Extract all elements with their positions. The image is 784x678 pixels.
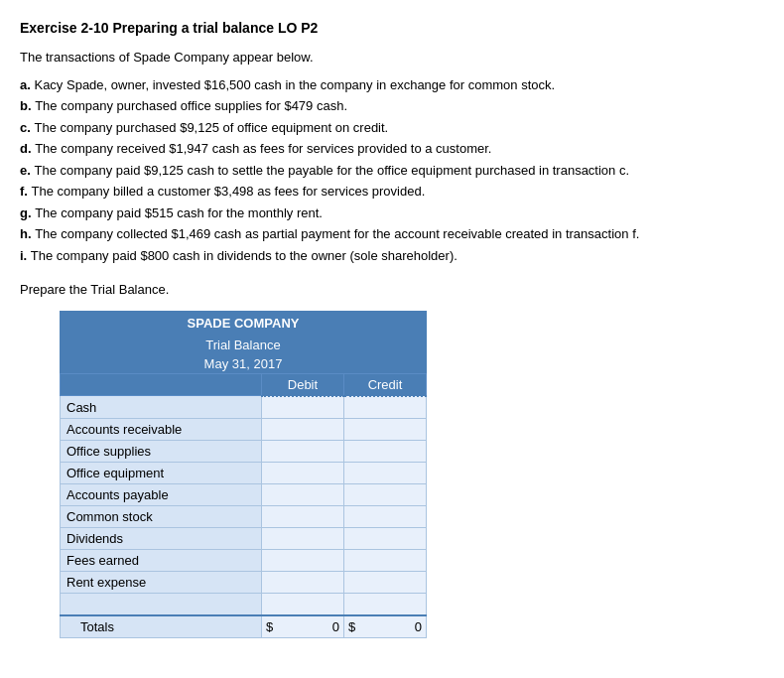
debit-cell[interactable]: [261, 462, 343, 483]
row-label: Cash: [61, 396, 262, 419]
debit-cell[interactable]: [261, 593, 343, 615]
transactions-list: a. Kacy Spade, owner, invested $16,500 c…: [20, 74, 764, 266]
row-label: Office supplies: [61, 440, 262, 462]
debit-input[interactable]: [266, 444, 339, 459]
table-row: [61, 593, 427, 615]
credit-cell[interactable]: [343, 440, 426, 462]
debit-input[interactable]: [266, 400, 339, 415]
credit-input[interactable]: [348, 422, 422, 437]
credit-cell[interactable]: [343, 396, 426, 419]
transaction-item: a. Kacy Spade, owner, invested $16,500 c…: [20, 74, 764, 95]
credit-input[interactable]: [348, 575, 422, 590]
transaction-item: f. The company billed a customer $3,498 …: [20, 181, 764, 202]
dollar-prefix: $: [266, 619, 273, 634]
prepare-label: Prepare the Trial Balance.: [20, 282, 764, 297]
debit-cell[interactable]: [261, 440, 343, 462]
debit-input[interactable]: [266, 509, 339, 524]
credit-input[interactable]: [348, 553, 422, 568]
credit-input[interactable]: [348, 444, 422, 459]
debit-cell[interactable]: [261, 549, 343, 571]
table-row: Office supplies: [61, 440, 427, 462]
debit-input[interactable]: [266, 487, 339, 502]
col-header-label: [61, 373, 262, 396]
trial-balance-table: Debit Credit CashAccounts receivableOffi…: [60, 373, 427, 638]
debit-cell[interactable]: [261, 483, 343, 505]
credit-input[interactable]: [348, 597, 422, 611]
debit-input[interactable]: [266, 466, 339, 480]
debit-cell[interactable]: [261, 418, 343, 440]
debit-cell[interactable]: [261, 396, 343, 419]
table-row: Dividends: [61, 527, 427, 549]
totals-row: Totals$$: [61, 615, 427, 638]
row-label: Office equipment: [61, 462, 262, 483]
row-label: Accounts receivable: [61, 418, 262, 440]
debit-cell[interactable]: [261, 527, 343, 549]
row-label: Accounts payable: [61, 483, 262, 505]
credit-input[interactable]: [348, 400, 422, 415]
credit-cell[interactable]: [343, 549, 426, 571]
credit-cell[interactable]: [343, 505, 426, 527]
transaction-item: b. The company purchased office supplies…: [20, 95, 764, 116]
totals-label: Totals: [61, 615, 262, 638]
row-label: Common stock: [61, 505, 262, 527]
dollar-prefix: $: [348, 619, 355, 634]
table-row: Rent expense: [61, 571, 427, 593]
totals-credit-input[interactable]: [360, 619, 422, 634]
trial-balance-wrapper: SPADE COMPANY Trial Balance May 31, 2017…: [60, 311, 427, 638]
row-label: Fees earned: [61, 549, 262, 571]
table-row: Common stock: [61, 505, 427, 527]
totals-debit-input[interactable]: [278, 619, 339, 634]
transaction-item: c. The company purchased $9,125 of offic…: [20, 117, 764, 138]
table-row: Fees earned: [61, 549, 427, 571]
table-row: Accounts payable: [61, 483, 427, 505]
totals-credit[interactable]: $: [343, 615, 426, 638]
debit-input[interactable]: [266, 553, 339, 568]
credit-cell[interactable]: [343, 462, 426, 483]
credit-cell[interactable]: [343, 483, 426, 505]
transaction-item: e. The company paid $9,125 cash to settl…: [20, 160, 764, 181]
table-row: Office equipment: [61, 462, 427, 483]
page-title: Exercise 2-10 Preparing a trial balance …: [20, 20, 764, 36]
credit-cell[interactable]: [343, 418, 426, 440]
transaction-item: h. The company collected $1,469 cash as …: [20, 223, 764, 244]
transaction-item: d. The company received $1,947 cash as f…: [20, 138, 764, 159]
col-header-credit: Credit: [343, 373, 426, 396]
credit-input[interactable]: [348, 487, 422, 502]
table-date: May 31, 2017: [60, 354, 427, 373]
table-row: Accounts receivable: [61, 418, 427, 440]
debit-input[interactable]: [266, 531, 339, 546]
table-subtitle: Trial Balance: [60, 336, 427, 354]
debit-input[interactable]: [266, 575, 339, 590]
credit-cell[interactable]: [343, 593, 426, 615]
company-name: SPADE COMPANY: [60, 311, 427, 336]
row-label: Dividends: [61, 527, 262, 549]
intro-text: The transactions of Spade Company appear…: [20, 50, 764, 65]
transaction-item: i. The company paid $800 cash in dividen…: [20, 245, 764, 266]
row-label: Rent expense: [61, 571, 262, 593]
debit-cell[interactable]: [261, 571, 343, 593]
row-label: [61, 593, 262, 615]
debit-cell[interactable]: [261, 505, 343, 527]
col-header-debit: Debit: [261, 373, 343, 396]
debit-input[interactable]: [266, 422, 339, 437]
credit-input[interactable]: [348, 509, 422, 524]
totals-debit[interactable]: $: [261, 615, 343, 638]
credit-input[interactable]: [348, 531, 422, 546]
transaction-item: g. The company paid $515 cash for the mo…: [20, 203, 764, 223]
credit-cell[interactable]: [343, 527, 426, 549]
credit-input[interactable]: [348, 466, 422, 480]
debit-input[interactable]: [266, 597, 339, 611]
table-row: Cash: [61, 396, 427, 419]
credit-cell[interactable]: [343, 571, 426, 593]
